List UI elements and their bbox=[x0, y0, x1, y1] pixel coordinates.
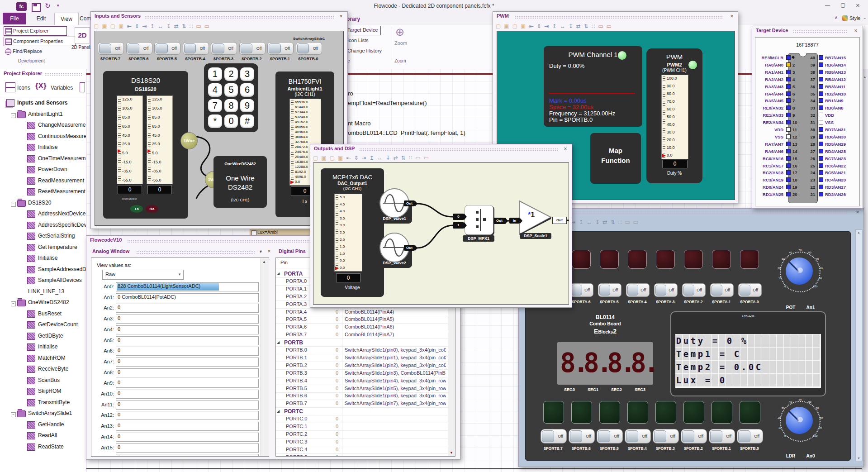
ds18s20-scale-2[interactable]: 125.0105.085.065.045.025.05.0-15.0-35.0-… bbox=[147, 95, 173, 184]
board-vscrollbar[interactable]: ▲ ▼ bbox=[855, 229, 863, 461]
keypad-key-6[interactable]: 6 bbox=[240, 83, 254, 97]
digital-pin-row[interactable]: ◢ PORTB.7 0 SwitchArraySlide1(pin7), key… bbox=[276, 400, 453, 408]
digital-pin-row[interactable]: ◢ PORTC.4 0 bbox=[276, 446, 453, 454]
scale-marker-icon[interactable] bbox=[662, 154, 666, 157]
analog-channel-row[interactable]: An1: 0 ComboBL0114(PotADC) bbox=[93, 293, 260, 301]
maximize-button[interactable]: ▢ bbox=[840, 2, 845, 8]
toolbar-icon[interactable]: ▣ bbox=[521, 23, 526, 29]
tree-item[interactable]: − Initialise bbox=[0, 343, 86, 352]
toolbar-icon[interactable]: ∷ bbox=[409, 155, 413, 161]
onewire-port-icon[interactable]: 1Wire bbox=[180, 132, 198, 149]
porta-switch[interactable]: Off bbox=[682, 283, 706, 297]
tree-item[interactable]: − Inputs and Sensors bbox=[0, 99, 86, 108]
scale-marker-icon[interactable] bbox=[147, 149, 151, 153]
porta-switch[interactable]: Off bbox=[710, 283, 734, 297]
toolbar-icon[interactable]: ▭ bbox=[424, 155, 429, 161]
toolbar-icon[interactable]: ▭ bbox=[204, 23, 209, 29]
toolbar-icon[interactable]: ⇕ bbox=[134, 23, 139, 29]
tree-item[interactable]: − GetTemperature bbox=[0, 243, 86, 252]
portb-input-switch[interactable]: Off bbox=[126, 42, 152, 55]
toolbar-icon[interactable]: ↔ bbox=[560, 23, 565, 29]
red-led-button[interactable] bbox=[740, 250, 759, 269]
tree-item[interactable]: − ScanBus bbox=[0, 376, 86, 385]
portb-input-switch[interactable]: Off bbox=[154, 42, 180, 55]
portb-input-switch[interactable]: Off bbox=[183, 42, 209, 55]
green-push-button[interactable] bbox=[571, 401, 592, 424]
toolbar-icon[interactable]: ⇥ bbox=[545, 23, 549, 29]
close-button[interactable]: × bbox=[856, 1, 860, 9]
digital-pin-row[interactable]: ◢ PORTB.1 0 SwitchArraySlide1(pin1), key… bbox=[276, 354, 453, 362]
tree-expand-icon[interactable]: − bbox=[11, 412, 16, 417]
icons-grid-icon[interactable] bbox=[5, 82, 15, 92]
red-led-button[interactable] bbox=[572, 250, 591, 269]
red-led-button[interactable] bbox=[684, 250, 703, 269]
analog-vscrollbar[interactable]: ▲ bbox=[261, 258, 268, 456]
toolbar-icon[interactable]: ↧ bbox=[166, 23, 171, 29]
out-port[interactable]: Out bbox=[404, 200, 415, 206]
toolbar-icon[interactable]: ⇄ bbox=[174, 23, 179, 29]
pin-column-header[interactable]: Pin bbox=[280, 260, 288, 265]
keypad-key-9[interactable]: 9 bbox=[240, 99, 254, 113]
tree-item[interactable]: − AmbientLight1 bbox=[0, 110, 86, 119]
green-push-button[interactable] bbox=[655, 401, 676, 424]
close-icon[interactable]: × bbox=[562, 146, 569, 152]
toolbar-icon[interactable]: ▭ bbox=[625, 219, 630, 225]
dac-scale[interactable]: 5.04.54.03.53.02.52.01.51.00.50.0 bbox=[334, 194, 362, 272]
keypad-key-7[interactable]: 7 bbox=[208, 99, 222, 113]
analog-channel-row[interactable]: An3: 0 bbox=[93, 315, 260, 323]
toolbar-icon[interactable]: ▣ bbox=[119, 23, 123, 29]
analog-channel-row[interactable]: An15: 0 bbox=[93, 443, 260, 452]
tree-item[interactable]: − LINK_LINE_13 bbox=[0, 287, 86, 296]
tree-item[interactable]: − ResetMeasurement bbox=[0, 187, 86, 196]
portb-switch[interactable]: Off bbox=[653, 429, 679, 443]
tree-item[interactable]: − TransmitByte bbox=[0, 398, 86, 407]
toolbar-icon[interactable]: ⇅ bbox=[401, 155, 406, 161]
tree-item[interactable]: − BusReset bbox=[0, 310, 86, 319]
digital-pin-row[interactable]: ◢ PORTB bbox=[276, 339, 453, 347]
tree-collapse-icon[interactable]: ◢ bbox=[277, 409, 280, 413]
style-button[interactable]: Style bbox=[849, 15, 860, 21]
analog-channel-row[interactable]: An13: 0 bbox=[93, 422, 260, 430]
analog-channel-row[interactable]: An2: 0 bbox=[93, 304, 260, 312]
tree-item[interactable]: − DS18S20 bbox=[0, 199, 86, 208]
close-icon[interactable]: × bbox=[266, 248, 272, 254]
tree-item[interactable]: − MatchROM bbox=[0, 354, 86, 363]
tree-item[interactable]: − SampleAddressedDevice bbox=[0, 265, 86, 274]
tree-item[interactable]: − ReadAll bbox=[0, 431, 86, 440]
ribbon-project-explorer[interactable]: Project Explorer bbox=[4, 26, 67, 36]
tree-item[interactable]: − SkipROM bbox=[0, 387, 86, 396]
toolbar-icon[interactable]: ⇥ bbox=[362, 155, 366, 161]
porta-switch[interactable]: Off bbox=[738, 283, 762, 297]
portb-switch[interactable]: Off bbox=[541, 429, 567, 443]
toolbar-icon[interactable]: ▭ bbox=[598, 23, 603, 29]
keypad-key-3[interactable]: 3 bbox=[240, 67, 254, 81]
analog-channel-row[interactable]: An14: 0 bbox=[93, 433, 260, 441]
portb-input-switch[interactable]: Off bbox=[211, 42, 237, 55]
portb-switch[interactable]: Off bbox=[597, 429, 623, 443]
porta-switch[interactable]: Off bbox=[570, 283, 593, 297]
toolbar-icon[interactable]: ▢ bbox=[110, 23, 115, 29]
red-led-button[interactable] bbox=[656, 250, 675, 269]
portb-switch[interactable]: Off bbox=[569, 429, 595, 443]
tree-item[interactable]: − OneTimeMeasurement bbox=[0, 154, 86, 163]
digital-pin-row[interactable]: ◢ PORTC.5 0 bbox=[276, 453, 453, 457]
tree-item[interactable]: − GetSerialString bbox=[0, 232, 86, 241]
portb-switch[interactable]: Off bbox=[681, 429, 707, 443]
ldr-knob[interactable] bbox=[786, 407, 813, 434]
tab-view[interactable]: View bbox=[54, 13, 79, 25]
toolbar-icon[interactable]: ⇄ bbox=[603, 219, 607, 225]
zoom-button[interactable]: Zoom bbox=[394, 40, 407, 46]
ribbon-component-properties[interactable]: Component Properties bbox=[4, 37, 76, 46]
portb-input-switch[interactable]: Off bbox=[267, 42, 294, 55]
variables-label[interactable]: Variables bbox=[51, 85, 73, 91]
toolbar-icon[interactable]: ▣ bbox=[102, 23, 107, 29]
keypad-key-5[interactable]: 5 bbox=[224, 83, 238, 97]
portb-switch[interactable]: Off bbox=[709, 429, 735, 443]
keypad-key-4[interactable]: 4 bbox=[208, 83, 222, 97]
toolbar-icon[interactable]: ⇅ bbox=[611, 219, 615, 225]
green-push-button[interactable] bbox=[543, 401, 564, 424]
tree-item[interactable]: − ReadState bbox=[0, 443, 86, 452]
green-push-button[interactable] bbox=[599, 401, 620, 424]
toolbar-icon[interactable]: ⇤ bbox=[127, 23, 131, 29]
analog-channel-row[interactable]: An0: 828 ComboBL0114(LightSensorADC) bbox=[93, 282, 260, 291]
